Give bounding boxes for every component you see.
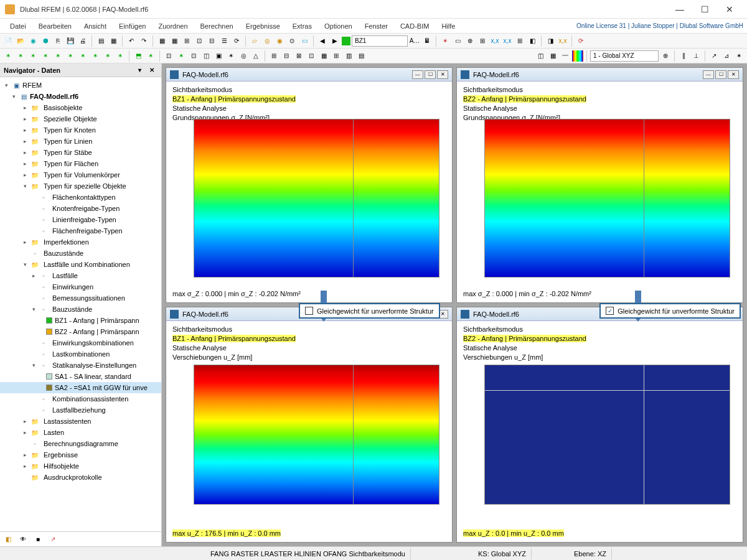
t2-v3-icon[interactable]: 〰 (560, 50, 571, 62)
tree-item[interactable]: ▾▫Bauzustände (0, 304, 161, 315)
tree-item[interactable]: ▫Flächenkontakttypen (0, 192, 161, 203)
t2-g3-icon[interactable]: ⊠ (293, 50, 304, 62)
equilibrium-checkbox-right[interactable]: ✓ Gleichgewicht für unverformte Struktur (599, 303, 741, 319)
tree-item[interactable]: ▫Einwirkungen (0, 281, 161, 292)
t2-c1-icon[interactable]: ⊕ (660, 50, 671, 62)
tb-r9-icon[interactable]: ◨ (545, 35, 556, 47)
tb-table-icon[interactable]: ▦ (156, 35, 167, 47)
navigator-tree[interactable]: ▾▣RFEM▾▤FAQ-Modell.rf6▸📁Basisobjekte▸📁Sp… (0, 77, 161, 531)
tb-r10-icon[interactable]: x,x (557, 35, 568, 47)
t2-v2-icon[interactable]: ▦ (547, 50, 558, 62)
tree-item[interactable]: ▫Lastkombinationen (0, 348, 161, 360)
t2-e1-icon[interactable]: ↗ (708, 50, 720, 62)
tree-item[interactable]: ▾📁Lastfälle und Kombinationen (0, 259, 161, 270)
t2-s1-icon[interactable]: ⬒ (133, 50, 144, 62)
tree-item[interactable]: ▫Kombinationsassistenten (0, 393, 161, 404)
maximize-button[interactable]: ☐ (692, 1, 717, 18)
tree-item[interactable]: ▫Knotenfreigabe-Typen (0, 203, 161, 214)
tb-t5-icon[interactable]: ⟳ (231, 35, 242, 47)
vbtn-max[interactable]: ☐ (425, 70, 436, 79)
tb-t1-icon[interactable]: ⊞ (181, 35, 192, 47)
tb-doc2-icon[interactable]: ▦ (108, 35, 119, 47)
tb-r6-icon[interactable]: x,x (502, 35, 513, 47)
tb-print-icon[interactable]: 🖨 (77, 35, 88, 47)
tree-item[interactable]: ▸📁Lasten (0, 427, 161, 438)
tb-r5-icon[interactable]: x,x (489, 35, 500, 47)
tree-item[interactable]: ▸📁Typen für Knoten (0, 124, 161, 136)
tb-save-icon[interactable]: 💾 (65, 35, 76, 47)
checkbox-unchecked-icon[interactable] (305, 307, 313, 315)
t2-s2-icon[interactable]: ✶ (145, 50, 156, 62)
tb-cloud-icon[interactable]: ◉ (27, 35, 39, 47)
menu-optionen[interactable]: Optionen (318, 21, 359, 32)
tb-t2-icon[interactable]: ⊡ (194, 35, 205, 47)
minimize-button[interactable]: — (667, 1, 692, 18)
tb-r1-icon[interactable]: ✶ (439, 35, 451, 47)
t2-e3-icon[interactable]: ✶ (733, 50, 745, 62)
tb-t3-icon[interactable]: ⊟ (206, 35, 217, 47)
tb-r4-icon[interactable]: ⊞ (477, 35, 488, 47)
menu-fenster[interactable]: Fenster (359, 21, 394, 32)
disp-plot[interactable] (484, 365, 730, 505)
tb-calc-icon[interactable]: 🖩 (421, 35, 433, 47)
tb-undo-icon[interactable]: ↶ (126, 35, 137, 47)
tree-item[interactable]: ▸📁Typen für Stäbe (0, 147, 161, 158)
menu-einfuegen[interactable]: Einfügen (113, 21, 152, 32)
menu-extras[interactable]: Extras (286, 21, 318, 32)
navtab-eye-icon[interactable]: 👁 (17, 534, 29, 545)
t2-g5-icon[interactable]: ▦ (318, 50, 329, 62)
tb-sel4-icon[interactable]: ⊙ (286, 35, 298, 47)
vbtn-max[interactable]: ☐ (715, 70, 726, 79)
tree-item[interactable]: ▾📁Typen für spezielle Objekte (0, 180, 161, 192)
tb-r2-icon[interactable]: ▭ (452, 35, 463, 47)
menu-bearbeiten[interactable]: Bearbeiten (32, 21, 78, 32)
navtab-cam-icon[interactable]: ■ (32, 534, 44, 545)
t2-n1-icon[interactable]: ✶ (2, 50, 14, 62)
tb-doc1-icon[interactable]: ▤ (95, 35, 106, 47)
close-button[interactable]: ✕ (717, 1, 742, 18)
tree-item[interactable]: 📁Ausdruckprotokolle (0, 472, 161, 483)
menu-zuordnen[interactable]: Zuordnen (152, 21, 194, 32)
t2-m6-icon[interactable]: ✶ (225, 50, 237, 62)
t2-g6-icon[interactable]: ⊞ (331, 50, 342, 62)
tree-item[interactable]: ▸📁Spezielle Objekte (0, 113, 161, 124)
t2-n9-icon[interactable]: ✶ (102, 50, 113, 62)
tree-item[interactable]: SA2 - =SA1 mit GGW für unve (0, 382, 161, 393)
vbtn-close[interactable]: ✕ (728, 70, 739, 79)
tree-item[interactable]: ▸📁Imperfektionen (0, 236, 161, 248)
tb-r7-icon[interactable]: ⊞ (514, 35, 525, 47)
t2-d1-icon[interactable]: ‖ (678, 50, 689, 62)
tree-item[interactable]: ▸📁Typen für Volumenkörper (0, 169, 161, 180)
t2-v4-icon[interactable] (572, 50, 583, 62)
tb-rf-icon[interactable]: ⟳ (575, 35, 586, 47)
menu-datei[interactable]: Datei (4, 21, 32, 32)
tb-block-icon[interactable]: ⬢ (40, 35, 51, 47)
t2-m4-icon[interactable]: ◫ (200, 50, 212, 62)
tree-item[interactable]: BZ2 - Anfang | Primärspann (0, 326, 161, 337)
t2-m3-icon[interactable]: ⊡ (188, 50, 199, 62)
t2-g8-icon[interactable]: ▤ (355, 50, 367, 62)
tree-item[interactable]: ▫Berechnungsdiagramme (0, 438, 161, 449)
tree-item[interactable]: SA1 - SA linear, standard (0, 371, 161, 382)
vbtn-min[interactable]: — (703, 70, 714, 79)
t2-g4-icon[interactable]: ⊡ (306, 50, 317, 62)
tb-sel2-icon[interactable]: ◎ (261, 35, 273, 47)
stress-plot[interactable] (484, 119, 730, 278)
tb-sel1-icon[interactable]: ▱ (249, 35, 260, 47)
navtab-data-icon[interactable]: ◧ (2, 534, 14, 545)
tb-redo-icon[interactable]: ↷ (138, 35, 149, 47)
vbtn-min[interactable]: — (412, 70, 423, 79)
tb-t4-icon[interactable]: ☰ (218, 35, 230, 47)
disp-plot[interactable] (194, 365, 439, 505)
tree-item[interactable]: ▸📁Typen für Flächen (0, 158, 161, 169)
t2-n4-icon[interactable]: ✶ (40, 50, 51, 62)
menu-hilfe[interactable]: Hilfe (435, 21, 461, 32)
t2-e2-icon[interactable]: ⊿ (721, 50, 732, 62)
tree-item[interactable]: ▫Bauzustände (0, 248, 161, 259)
t2-n8-icon[interactable]: ✶ (90, 50, 101, 62)
status-snap[interactable]: FANG RASTER LRASTER HLINIEN OFANG Sichtb… (205, 548, 411, 559)
t2-v1-icon[interactable]: ◫ (535, 50, 546, 62)
tree-item[interactable]: ▸📁Typen für Linien (0, 136, 161, 147)
t2-m2-icon[interactable]: ✶ (176, 50, 187, 62)
tree-item[interactable]: ▫Flächenfreigabe-Typen (0, 225, 161, 236)
